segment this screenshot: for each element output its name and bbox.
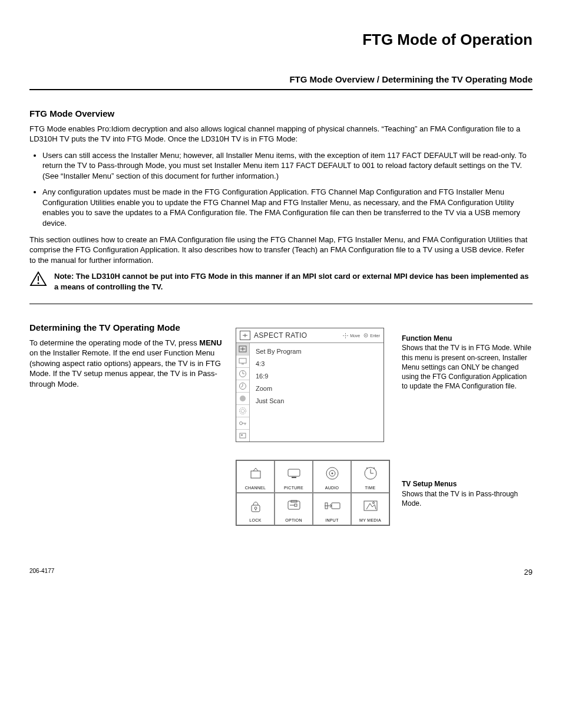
function-menu-title: ASPECT RATIO <box>254 331 339 340</box>
menu-key-label: MENU <box>199 338 222 347</box>
timer-icon <box>236 380 249 393</box>
svg-point-7 <box>365 335 366 336</box>
tv-setup-menus-screenshot: CHANNEL PICTURE AUDIO TIME LOCK OPTION <box>236 460 390 526</box>
svg-rect-22 <box>241 434 243 436</box>
overview-heading: FTG Mode Overview <box>29 108 533 120</box>
mymedia-icon <box>363 493 378 518</box>
option-icon <box>286 493 302 518</box>
svg-point-33 <box>254 507 257 509</box>
divider-heavy <box>29 89 533 90</box>
cell-label: CHANNEL <box>245 485 266 490</box>
svg-point-31 <box>373 467 375 469</box>
determining-text: To determine the operating mode of the T… <box>29 338 224 390</box>
audio-icon <box>325 461 340 485</box>
hint-label: Enter <box>370 333 380 338</box>
usb-icon <box>236 430 249 442</box>
settings-icon <box>236 405 249 417</box>
setup-cell-channel: CHANNEL <box>236 460 275 493</box>
svg-point-16 <box>241 409 244 413</box>
svg-point-30 <box>366 467 368 469</box>
function-menu-sidebar <box>236 343 250 442</box>
cell-label: MY MEDIA <box>359 518 381 523</box>
page-number: 29 <box>524 567 533 578</box>
key-icon <box>236 417 249 430</box>
svg-point-17 <box>240 408 246 414</box>
sleep-icon <box>236 393 249 405</box>
svg-point-15 <box>240 396 246 401</box>
list-item: Zoom <box>256 383 378 395</box>
cell-label: INPUT <box>325 518 339 523</box>
picture-icon <box>286 461 302 485</box>
svg-point-28 <box>331 472 333 474</box>
setup-cell-lock: LOCK <box>236 493 275 525</box>
svg-point-5 <box>345 335 346 336</box>
caption-title: TV Setup Menus <box>402 480 457 488</box>
overview-intro: FTG Mode enables Pro:Idiom decryption an… <box>29 124 533 144</box>
hint-enter: Enter <box>363 333 380 338</box>
picture-mode-icon <box>236 355 249 368</box>
caption-text: Shows that the TV is in FTG Mode. While … <box>402 344 531 390</box>
setup-cell-audio: AUDIO <box>313 460 351 493</box>
channel-icon <box>249 461 263 485</box>
svg-rect-24 <box>288 469 300 476</box>
warning-icon <box>29 271 47 292</box>
doc-id: 206-4177 <box>29 567 54 578</box>
cell-label: AUDIO <box>325 485 339 490</box>
setup-cell-time: TIME <box>351 460 389 493</box>
function-menu-list: Set By Program 4:3 16:9 Zoom Just Scan <box>250 343 384 442</box>
cell-label: PICTURE <box>284 485 303 490</box>
caption-text: Shows that the TV is in Pass-through Mod… <box>402 490 518 508</box>
note-row: Note: The LD310H cannot be put into FTG … <box>29 271 533 292</box>
svg-rect-11 <box>239 358 246 363</box>
divider-thin <box>29 304 533 304</box>
cell-label: OPTION <box>285 518 302 523</box>
lock-icon <box>249 493 262 518</box>
setup-cell-option: OPTION <box>275 493 313 525</box>
page-subheader: FTG Mode Overview / Determining the TV O… <box>29 74 533 85</box>
list-item: Users can still access the Installer Men… <box>42 150 533 182</box>
aspect-ratio-icon <box>236 343 249 355</box>
time-icon <box>363 461 378 485</box>
hint-label: Move <box>350 333 360 338</box>
setup-cell-picture: PICTURE <box>275 460 313 493</box>
caption-title: Function Menu <box>402 334 452 342</box>
list-item: 4:3 <box>256 358 378 370</box>
aspect-ratio-icon <box>240 331 250 340</box>
text-fragment: on the Installer Remote. If the end user… <box>29 348 221 388</box>
list-item: Any conﬁguration updates must be made in… <box>42 187 533 228</box>
svg-rect-25 <box>292 477 296 478</box>
svg-point-2 <box>38 282 39 284</box>
setup-cell-mymedia: MY MEDIA <box>351 493 389 525</box>
svg-rect-32 <box>252 505 260 512</box>
determining-heading: Determining the TV Operating Mode <box>29 322 224 334</box>
text-fragment: To determine the operating mode of the T… <box>29 338 199 347</box>
svg-rect-38 <box>295 504 297 506</box>
input-icon <box>323 493 341 518</box>
svg-point-42 <box>372 502 374 503</box>
list-item: Set By Program <box>256 345 378 358</box>
svg-point-18 <box>240 422 243 425</box>
clock-icon <box>236 368 249 380</box>
function-menu-caption: Function Menu Shows that the TV is in FT… <box>402 334 533 391</box>
note-text: Note: The LD310H cannot be put into FTG … <box>54 271 533 292</box>
list-item: Just Scan <box>256 395 378 407</box>
overview-bullet-list: Users can still access the Installer Men… <box>29 150 533 229</box>
hint-move: Move <box>343 333 360 338</box>
overview-outro: This section outlines how to create an F… <box>29 235 533 266</box>
setup-menus-caption: TV Setup Menus Shows that the TV is in P… <box>402 479 533 508</box>
cell-label: LOCK <box>249 518 261 523</box>
setup-cell-input: INPUT <box>313 493 351 525</box>
list-item: 16:9 <box>256 370 378 383</box>
svg-rect-23 <box>251 471 260 478</box>
svg-rect-12 <box>242 364 244 364</box>
cell-label: TIME <box>365 485 376 490</box>
page-title: FTG Mode of Operation <box>29 29 533 50</box>
function-menu-screenshot: ASPECT RATIO Move Enter <box>236 328 384 442</box>
svg-rect-39 <box>332 503 340 509</box>
